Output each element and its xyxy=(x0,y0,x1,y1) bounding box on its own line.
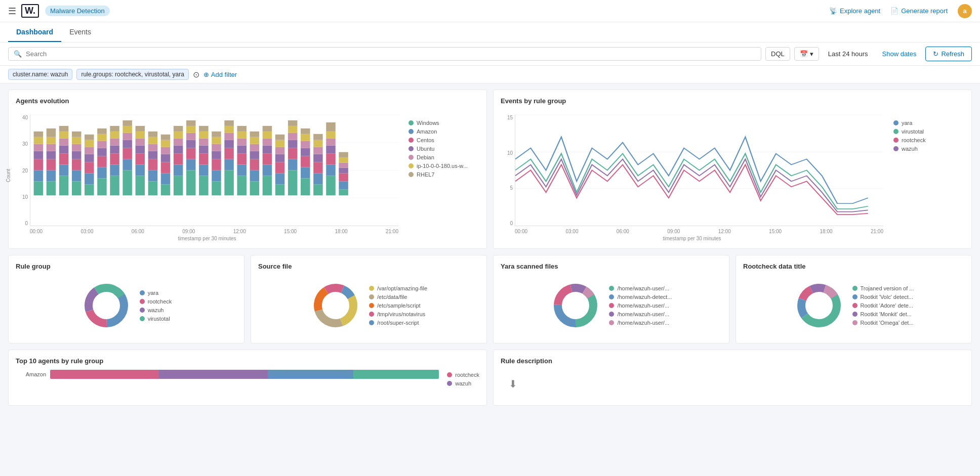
svg-rect-173 xyxy=(339,181,348,189)
svg-rect-106 xyxy=(212,144,221,151)
svg-rect-13 xyxy=(47,159,56,170)
svg-rect-91 xyxy=(186,140,196,148)
tab-events[interactable]: Events xyxy=(61,23,99,42)
explore-agent-link[interactable]: 📡 Explore agent xyxy=(829,7,880,15)
rc-label-4: Rootkit 'Monkit' det... xyxy=(861,311,912,317)
rc-dot-1 xyxy=(852,286,858,291)
svg-rect-43 xyxy=(97,141,107,148)
svg-rect-57 xyxy=(123,133,132,140)
svg-rect-75 xyxy=(161,173,171,184)
x-label-09: 09:00 xyxy=(182,229,195,234)
rc-label-3: Rootkit 'Adore' dete... xyxy=(861,302,913,309)
x-label-18: 18:00 xyxy=(335,229,348,234)
tab-dashboard[interactable]: Dashboard xyxy=(8,23,61,42)
sf-legend-3: /etc/sample/script xyxy=(369,302,427,309)
svg-rect-61 xyxy=(136,165,145,176)
legend-dot-yara xyxy=(893,120,899,125)
menu-icon[interactable]: ☰ xyxy=(8,6,16,17)
t10-legend-wazuh: wazuh xyxy=(447,380,479,386)
svg-rect-38 xyxy=(85,135,94,140)
filter-tag-rule-groups[interactable]: rule.groups: rootcheck, virustotal, yara xyxy=(76,69,188,80)
svg-rect-35 xyxy=(85,154,94,162)
calendar-button[interactable]: 📅 ▾ xyxy=(794,47,819,61)
svg-rect-63 xyxy=(136,146,145,154)
ex-03: 03:00 xyxy=(565,229,578,234)
svg-rect-175 xyxy=(339,168,348,174)
rule-description-content: ⬇ xyxy=(501,370,964,398)
events-x-axis: 00:00 03:00 06:00 09:00 12:00 15:00 18:0… xyxy=(515,229,883,234)
svg-rect-39 xyxy=(97,178,107,195)
sf-dot-1 xyxy=(369,286,374,291)
svg-rect-22 xyxy=(59,139,69,146)
sf-label-1: /var/opt/amazing-file xyxy=(377,285,427,291)
svg-rect-26 xyxy=(72,170,81,182)
svg-rect-143 xyxy=(275,135,285,140)
svg-rect-66 xyxy=(136,126,145,132)
ys-legend-1: /home/wazuh-user/... xyxy=(609,285,672,291)
svg-rect-68 xyxy=(148,170,158,182)
svg-rect-178 xyxy=(339,152,348,158)
svg-rect-121 xyxy=(237,132,247,139)
legend-centos: Centos xyxy=(409,137,479,143)
filter-options-button[interactable]: ⊙ xyxy=(193,70,199,79)
svg-rect-51 xyxy=(110,132,119,139)
app-badge: Malware Detection xyxy=(45,6,110,16)
svg-rect-44 xyxy=(97,134,107,141)
svg-rect-48 xyxy=(110,154,119,165)
filter-tag-cluster[interactable]: cluster.name: wazuh xyxy=(8,69,72,80)
hbar-seg-yara xyxy=(268,370,353,379)
sf-label-5: /root/super-script xyxy=(377,320,419,326)
generate-report-link[interactable]: 📄 Generate report xyxy=(890,7,948,15)
explore-agent-label: Explore agent xyxy=(840,7,880,15)
search-input[interactable] xyxy=(26,50,756,58)
svg-rect-25 xyxy=(72,181,81,195)
svg-rect-15 xyxy=(47,144,56,151)
agents-chart-inner xyxy=(30,115,398,226)
legend-rootcheck: rootcheck xyxy=(893,137,964,143)
t10-dot-wazuh xyxy=(447,381,452,386)
show-dates-button[interactable]: Show dates xyxy=(877,48,922,60)
events-chart-inner xyxy=(515,115,883,226)
svg-rect-109 xyxy=(224,170,234,196)
svg-rect-148 xyxy=(288,133,298,140)
svg-rect-166 xyxy=(326,165,336,176)
svg-rect-172 xyxy=(339,189,348,195)
dql-button[interactable]: DQL xyxy=(765,47,790,61)
rule-group-title: Rule group xyxy=(16,263,237,270)
t10-legend-rootcheck: rootcheck xyxy=(447,372,479,378)
ex-12: 12:00 xyxy=(718,229,731,234)
main-content: Agents evolution 0 10 20 30 40 Count xyxy=(0,83,980,412)
svg-rect-146 xyxy=(288,148,298,159)
ex-18: 18:00 xyxy=(820,229,833,234)
source-file-legend: /var/opt/amazing-file /etc/data/file /et… xyxy=(369,285,427,326)
yara-scanned-card: Yara scanned files /home/wazuh-user/... … xyxy=(493,255,729,343)
svg-rect-9 xyxy=(34,137,44,144)
ys-dot-2 xyxy=(609,294,614,299)
legend-virustotal: virustotal xyxy=(893,128,964,135)
svg-rect-153 xyxy=(301,156,310,167)
rg-dot-yara xyxy=(140,290,145,295)
legend-debian: Debian xyxy=(409,154,479,160)
yara-legend: /home/wazuh-user/... /home/wazuh-detect.… xyxy=(609,285,672,326)
agents-x-title: timestamp per 30 minutes xyxy=(178,236,236,241)
svg-rect-177 xyxy=(339,158,348,163)
sf-dot-2 xyxy=(369,294,374,299)
svg-rect-31 xyxy=(72,132,81,137)
events-chart-area: 0 5 10 15 xyxy=(501,110,964,241)
svg-rect-176 xyxy=(339,163,348,168)
svg-rect-137 xyxy=(275,184,285,195)
svg-rect-134 xyxy=(263,139,272,146)
svg-rect-160 xyxy=(313,162,323,174)
add-filter-button[interactable]: ⊕ Add filter xyxy=(203,71,237,78)
header-right: 📡 Explore agent 📄 Generate report a xyxy=(829,4,972,18)
refresh-button[interactable]: ↻ Refresh xyxy=(925,47,972,61)
rg-legend-virustotal: virustotal xyxy=(140,316,172,322)
agents-y-axis: 0 10 20 30 40 xyxy=(16,115,28,226)
svg-rect-79 xyxy=(161,140,171,147)
svg-rect-55 xyxy=(123,148,132,159)
legend-yara: yara xyxy=(893,120,964,126)
svg-rect-70 xyxy=(148,151,158,159)
hbar-label-amazon: Amazon xyxy=(16,371,46,377)
avatar[interactable]: a xyxy=(958,4,972,18)
svg-rect-158 xyxy=(313,184,323,195)
